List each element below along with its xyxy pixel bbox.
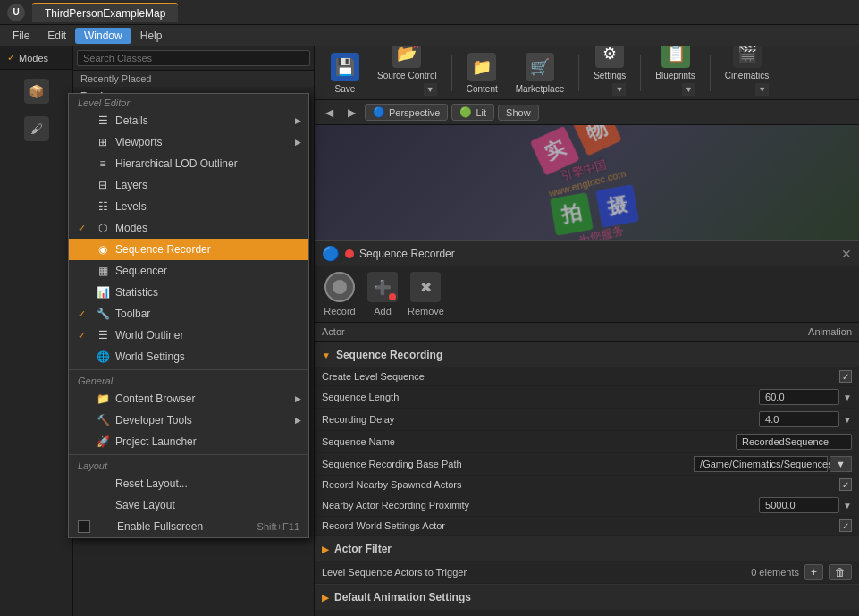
nearby-actors-checkbox[interactable] [839, 478, 852, 491]
default-anim-label: Default Animation Settings [334, 591, 471, 603]
sidebar-paint-mode[interactable]: 🖌 [0, 111, 72, 147]
viewports-icon: ⊞ [96, 135, 110, 149]
default-anim-section: ▶ Default Animation Settings [315, 584, 859, 610]
title-tab[interactable]: ThirdPersonExampleMap [32, 3, 178, 22]
level-seq-actors-remove[interactable]: 🗑 [829, 564, 852, 580]
dd-developer-tools[interactable]: 🔨 Developer Tools [69, 409, 308, 431]
perspective-button[interactable]: 🔵 Perspective [365, 104, 448, 121]
details-icon: ☰ [96, 114, 110, 128]
base-path-value: /Game/Cinematics/Sequences [694, 456, 828, 472]
dd-layers[interactable]: ⊟ Layers [69, 174, 308, 196]
content-browser-icon: 📁 [96, 392, 110, 406]
proximity-input[interactable] [759, 497, 839, 513]
seq-length-arrow[interactable]: ▼ [843, 392, 852, 402]
menu-window[interactable]: Window [75, 28, 131, 44]
seq-length-label: Sequence Length [322, 392, 759, 402]
content-icon: 📁 [467, 53, 496, 81]
dd-sequencer[interactable]: ▦ Sequencer [69, 260, 308, 282]
content-button[interactable]: 📁 Content [459, 49, 505, 97]
seq-length-input[interactable] [759, 389, 839, 405]
menu-help[interactable]: Help [131, 28, 172, 44]
viewport-background [315, 125, 859, 240]
rec-delay-input[interactable] [759, 411, 839, 427]
base-path-browse[interactable]: ▼ [830, 456, 852, 472]
save-button[interactable]: 💾 Save [322, 49, 366, 97]
sidebar-icon-list: 📦 🖌 [0, 70, 72, 150]
proximity-arrow[interactable]: ▼ [843, 501, 852, 511]
base-path-label: Sequence Recording Base Path [322, 459, 694, 469]
world-settings-icon: 🌐 [96, 350, 110, 364]
level-editor-section-label: Level Editor [69, 94, 308, 110]
show-button[interactable]: Show [498, 105, 539, 121]
actor-filter-header[interactable]: ▶ Actor Filter [322, 540, 852, 558]
add-button[interactable]: ➕ Add [365, 272, 400, 316]
marketplace-label: Marketplace [516, 84, 564, 94]
viewport-toolbar: ◀ ▶ 🔵 Perspective 🟢 Lit Show [315, 100, 859, 125]
create-level-seq-checkbox[interactable] [839, 370, 852, 383]
dd-reset-layout[interactable]: Reset Layout... [69, 473, 308, 494]
dd-save-layout[interactable]: Save Layout [69, 494, 308, 516]
seq-recorder-header: 🔵 Sequence Recorder ✕ [315, 241, 859, 266]
recently-placed-label: Recently Placed [73, 71, 314, 87]
seq-recording-header[interactable]: ▼ Sequence Recording [322, 346, 852, 364]
dd-project-launcher[interactable]: 🚀 Project Launcher [69, 431, 308, 452]
viewport-back-btn[interactable]: ◀ [320, 105, 339, 121]
seq-name-input[interactable] [736, 434, 852, 450]
dd-enable-fullscreen[interactable]: Enable Fullscreen Shift+F11 [69, 516, 308, 537]
dd-content-browser-label: Content Browser [115, 392, 195, 405]
dd-statistics-label: Statistics [115, 286, 158, 299]
blueprints-icon: 📋 [661, 46, 690, 68]
search-area [73, 46, 314, 71]
dd-separator-2 [69, 454, 308, 455]
dd-modes-label: Modes [115, 222, 147, 234]
cinematics-arrow[interactable]: ▼ [755, 83, 769, 96]
modes-button[interactable]: ✓ Modes [4, 50, 69, 65]
world-outliner-icon: ☰ [96, 328, 110, 342]
dd-hierarchical-lod[interactable]: ≡ Hierarchical LOD Outliner [69, 153, 308, 174]
default-anim-header[interactable]: ▶ Default Animation Settings [322, 588, 852, 606]
level-seq-actors-add[interactable]: + [804, 564, 823, 580]
record-button[interactable]: Record [322, 272, 358, 316]
source-control-label: Source Control [377, 71, 437, 80]
dd-world-outliner[interactable]: ✓ ☰ World Outliner [69, 325, 308, 346]
dd-statistics[interactable]: 📊 Statistics [69, 282, 308, 303]
settings-arrow[interactable]: ▼ [612, 83, 626, 96]
dd-save-layout-label: Save Layout [115, 499, 175, 511]
menu-file[interactable]: File [4, 28, 38, 44]
record-label: Record [324, 306, 355, 316]
marketplace-button[interactable]: 🛒 Marketplace [509, 49, 571, 97]
viewport-forward-btn[interactable]: ▶ [342, 105, 361, 121]
seq-toolbar: Record ➕ Add ✖ Remove [315, 266, 859, 323]
toolbar-separator-1 [451, 55, 452, 91]
sequence-recorder-dd-icon: ◉ [96, 242, 110, 257]
dd-viewports-label: Viewports [115, 136, 162, 148]
dd-content-browser[interactable]: 📁 Content Browser [69, 388, 308, 409]
menu-edit[interactable]: Edit [38, 28, 75, 44]
seq-close-button[interactable]: ✕ [841, 247, 852, 261]
dd-world-settings[interactable]: 🌐 World Settings [69, 346, 308, 367]
seq-section-toggle: ▼ [322, 350, 331, 360]
world-settings-checkbox[interactable] [839, 519, 852, 532]
dd-reset-layout-label: Reset Layout... [115, 477, 188, 490]
marketplace-icon: 🛒 [526, 53, 554, 81]
sidebar-place-mode[interactable]: 📦 [0, 73, 72, 109]
search-input[interactable] [77, 50, 310, 66]
world-settings-label: Record World Settings Actor [322, 520, 839, 531]
viewport[interactable]: 实 物 引擎中国 www.enginec.com 拍 摄 为您服务 [315, 125, 859, 240]
dd-toolbar[interactable]: ✓ 🔧 Toolbar [69, 303, 308, 325]
dd-viewports[interactable]: ⊞ Viewports [69, 131, 308, 153]
blueprints-arrow[interactable]: ▼ [682, 83, 695, 96]
rec-delay-arrow[interactable]: ▼ [843, 415, 852, 425]
save-icon: 💾 [331, 53, 359, 81]
dd-modes[interactable]: ✓ ⬡ Modes [69, 217, 308, 239]
source-control-arrow[interactable]: ▼ [424, 83, 437, 96]
remove-button[interactable]: ✖ Remove [408, 272, 444, 316]
save-label: Save [335, 84, 356, 94]
fullscreen-checkbox[interactable] [78, 520, 90, 533]
dd-details[interactable]: ☰ Details [69, 110, 308, 131]
settings-label: Settings [594, 71, 626, 80]
dd-sequence-recorder[interactable]: ✓ ◉ Sequence Recorder [69, 239, 308, 260]
dd-separator-1 [69, 369, 308, 370]
dd-levels[interactable]: ☷ Levels [69, 196, 308, 217]
lit-button[interactable]: 🟢 Lit [451, 104, 494, 121]
